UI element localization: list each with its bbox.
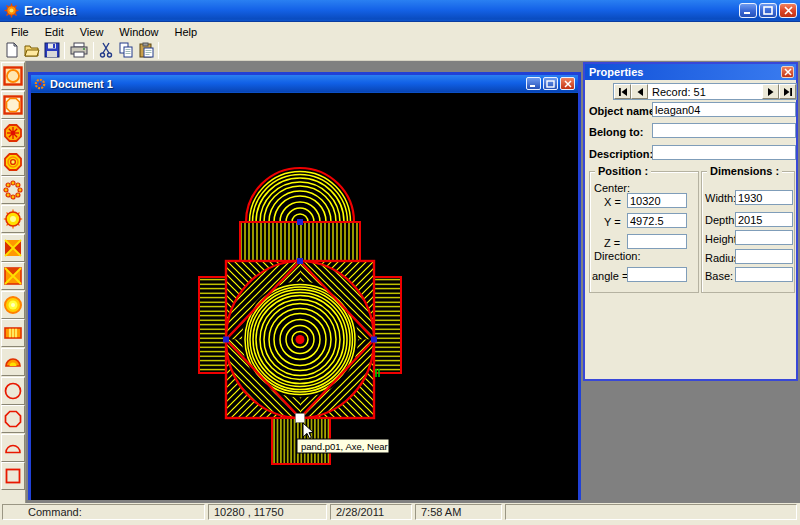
shape-octagon-rings-button[interactable]: [1, 148, 25, 176]
menu-view[interactable]: View: [72, 25, 112, 39]
toolbar-separator: [64, 42, 65, 59]
document-minimize-button[interactable]: [526, 77, 541, 90]
menu-file[interactable]: File: [3, 25, 37, 39]
apse-dome: [240, 168, 360, 222]
menu-edit[interactable]: Edit: [37, 25, 72, 39]
last-record-icon: [783, 87, 793, 97]
application-window: Ecclesia File Edit View Window Help: [0, 0, 800, 525]
shape-glow-disc-button[interactable]: [1, 291, 25, 319]
time-panel: 7:58 AM: [415, 504, 502, 520]
square-outline-icon: [3, 465, 23, 487]
document-window: Document 1: [28, 72, 581, 500]
properties-title-bar[interactable]: Properties: [585, 64, 796, 80]
first-record-icon: [618, 87, 628, 97]
shape-square-outline-button[interactable]: [1, 462, 25, 490]
document-title-bar[interactable]: Document 1: [31, 75, 578, 93]
previous-record-button[interactable]: [631, 84, 648, 99]
snap-marker-blue: [297, 219, 303, 225]
date-panel: 2/28/2011: [330, 504, 412, 520]
radius-input[interactable]: [735, 249, 793, 264]
shape-striped-panel-button[interactable]: [1, 319, 25, 347]
shape-circle-outline-button[interactable]: [1, 377, 25, 405]
record-navigator: Record: 51: [613, 83, 797, 100]
shape-beaded-ring-button[interactable]: [1, 176, 25, 204]
menu-bar: File Edit View Window Help: [0, 23, 800, 40]
center-label: Center:: [594, 182, 630, 194]
diagonal-cross-square-icon: [3, 265, 23, 287]
title-bar: Ecclesia: [0, 0, 800, 22]
document-close-button[interactable]: [560, 77, 575, 90]
octagon-in-frame-icon: [3, 94, 23, 116]
properties-close-button[interactable]: [781, 66, 794, 78]
shape-filled-dome-button[interactable]: [1, 348, 25, 376]
shape-sun-disc-button[interactable]: [1, 205, 25, 233]
depth-label: Depth:: [705, 214, 737, 226]
description-input[interactable]: [652, 145, 796, 160]
next-record-button[interactable]: [762, 84, 779, 99]
shape-cross-square-button[interactable]: [1, 234, 25, 262]
last-record-button[interactable]: [779, 84, 796, 99]
base-label: Base:: [705, 270, 733, 282]
printer-icon: [70, 42, 88, 58]
first-record-button[interactable]: [614, 84, 631, 99]
menu-window[interactable]: Window: [111, 25, 166, 39]
shape-dome-outline-button[interactable]: [1, 434, 25, 462]
window-bottom-edge: [0, 521, 800, 525]
minimize-button[interactable]: [739, 3, 757, 18]
close-icon: [784, 68, 792, 76]
coordinates-panel: 10280 , 11750: [208, 504, 327, 520]
drawing-canvas[interactable]: pand.p01, Axe, Near: [31, 93, 578, 500]
snap-marker-blue: [371, 337, 377, 343]
status-bar: Command: 10280 , 11750 2/28/2011 7:58 AM: [0, 503, 800, 521]
angle-input[interactable]: [627, 267, 687, 282]
shape-octagon-outline-button[interactable]: [1, 405, 25, 433]
open-button[interactable]: [22, 41, 42, 60]
date-value: 2/28/2011: [336, 506, 384, 518]
circle-outline-icon: [3, 380, 23, 402]
copy-button[interactable]: [116, 41, 136, 60]
y-label: Y =: [604, 216, 621, 228]
x-input[interactable]: [627, 193, 687, 208]
maximize-button[interactable]: [759, 3, 777, 18]
width-input[interactable]: [735, 190, 793, 205]
cut-button[interactable]: [96, 41, 116, 60]
new-button[interactable]: [2, 41, 22, 60]
dimensions-group-label: Dimensions :: [707, 165, 782, 177]
document-maximize-button[interactable]: [543, 77, 558, 90]
snap-marker-blue: [223, 337, 229, 343]
x-label: X =: [604, 196, 621, 208]
sun-disc-icon: [3, 208, 23, 230]
time-value: 7:58 AM: [421, 506, 461, 518]
striped-panel-icon: [3, 322, 23, 344]
belong-to-label: Belong to:: [589, 126, 643, 138]
copy-pages-icon: [118, 42, 134, 58]
object-name-input[interactable]: [652, 102, 796, 117]
z-input[interactable]: [627, 234, 687, 249]
command-panel: Command:: [2, 504, 205, 520]
shape-octagon-in-frame-button[interactable]: [1, 91, 25, 119]
y-input[interactable]: [627, 213, 687, 228]
beaded-ring-icon: [3, 179, 23, 201]
base-input[interactable]: [735, 267, 793, 282]
angle-label: angle =: [592, 270, 628, 282]
shape-octagon-starburst-button[interactable]: [1, 119, 25, 147]
shape-circle-in-frame-button[interactable]: [1, 62, 25, 90]
description-label: Description:: [589, 148, 653, 160]
menu-help[interactable]: Help: [166, 25, 205, 39]
save-floppy-icon: [44, 42, 60, 58]
octagon-starburst-icon: [3, 122, 23, 144]
depth-input[interactable]: [735, 212, 793, 227]
selection-handle[interactable]: [296, 414, 305, 423]
filled-dome-icon: [3, 351, 23, 373]
close-button[interactable]: [779, 3, 797, 18]
right-wing: [374, 277, 401, 373]
maximize-icon: [546, 80, 555, 88]
previous-record-icon: [635, 87, 645, 97]
height-input[interactable]: [735, 230, 793, 245]
print-button[interactable]: [67, 41, 91, 60]
save-button[interactable]: [42, 41, 62, 60]
shape-diagonal-cross-square-button[interactable]: [1, 262, 25, 290]
paste-button[interactable]: [136, 41, 156, 60]
snap-tooltip: pand.p01, Axe, Near: [297, 439, 389, 453]
belong-to-input[interactable]: [652, 123, 796, 138]
